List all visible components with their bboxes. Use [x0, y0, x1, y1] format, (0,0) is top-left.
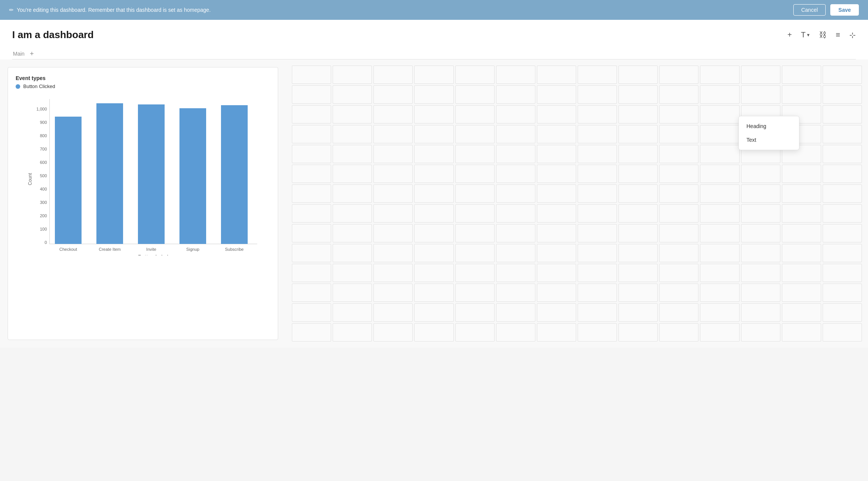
grid-cell: [455, 244, 495, 262]
grid-cell: [782, 303, 821, 322]
grid-cell: [823, 284, 862, 302]
grid-cell: [700, 184, 739, 203]
grid-cell: [700, 125, 739, 143]
grid-cell: [618, 184, 658, 203]
grid-cell: [333, 85, 372, 104]
grid-cell: [414, 224, 453, 242]
edit-icon: ✏: [9, 7, 14, 13]
grid-cell: [333, 284, 372, 302]
grid-cell: [333, 105, 372, 123]
grid-cell: [618, 244, 658, 262]
grid-cell: [578, 105, 617, 123]
cursor-button[interactable]: ⊹: [849, 30, 856, 40]
grid-cell: [414, 105, 453, 123]
grid-cell: [292, 66, 331, 84]
grid-cell: [537, 125, 576, 143]
grid-cell: [823, 303, 862, 322]
grid-cell: [414, 184, 453, 203]
grid-cell: [823, 184, 862, 203]
link-button[interactable]: ⛓: [819, 30, 826, 39]
grid-cell: [700, 145, 739, 163]
grid-cell: [414, 244, 453, 262]
grid-cell: [659, 264, 698, 282]
grid-cell: [782, 244, 821, 262]
grid-cell: [292, 145, 331, 163]
grid-cell: [496, 264, 535, 282]
grid-cell: [414, 145, 453, 163]
grid-cell: [782, 323, 821, 342]
grid-cell: [700, 204, 739, 223]
grid-cell: [700, 66, 739, 84]
grid-cell: [782, 204, 821, 223]
grid-cell: [578, 204, 617, 223]
grid-cell: [333, 264, 372, 282]
add-tab-button[interactable]: +: [30, 50, 34, 57]
grid-cell: [823, 145, 862, 163]
cancel-button[interactable]: Cancel: [793, 4, 826, 16]
grid-cell: [292, 224, 331, 242]
grid-cell: [700, 224, 739, 242]
svg-text:Checkout: Checkout: [59, 247, 77, 252]
grid-cell: [700, 105, 739, 123]
grid-cell: [823, 264, 862, 282]
grid-cell: [700, 244, 739, 262]
grid-cell: [455, 264, 495, 282]
grid-cell: [578, 323, 617, 342]
text-tool-button[interactable]: T ▾: [801, 30, 810, 39]
grid-cell: [496, 85, 535, 104]
grid-cell: [700, 165, 739, 183]
grid-cell: [618, 125, 658, 143]
grid-cell: [455, 105, 495, 123]
grid-cell: [782, 184, 821, 203]
dropdown-item-text[interactable]: Text: [739, 133, 799, 147]
bar-invite: [138, 104, 165, 244]
grid-cell: [823, 165, 862, 183]
grid-cell: [333, 184, 372, 203]
grid-cell: [537, 244, 576, 262]
grid-cell: [333, 224, 372, 242]
grid-cell: [496, 184, 535, 203]
filter-button[interactable]: ≡: [836, 30, 840, 39]
chart-legend: Button Clicked: [16, 83, 270, 89]
grid-cell: [537, 284, 576, 302]
dropdown-item-heading[interactable]: Heading: [739, 119, 799, 133]
grid-cell: [292, 105, 331, 123]
save-button[interactable]: Save: [830, 4, 859, 16]
grid-cell: [618, 284, 658, 302]
grid-cell: [292, 244, 331, 262]
grid-cell: [618, 204, 658, 223]
grid-cell: [578, 224, 617, 242]
grid-cell: [823, 224, 862, 242]
grid-cell: [823, 85, 862, 104]
grid-cell: [537, 264, 576, 282]
svg-text:Create Item: Create Item: [99, 247, 120, 252]
grid-cell: [537, 204, 576, 223]
grid-cell: [700, 284, 739, 302]
grid-cell: [659, 105, 698, 123]
grid-cell: [455, 204, 495, 223]
header-tools: + T ▾ ⛓ ≡ ⊹: [787, 30, 856, 40]
svg-text:100: 100: [40, 227, 47, 231]
grid-cell: [455, 145, 495, 163]
grid-cell: [414, 125, 453, 143]
grid-cell: [659, 224, 698, 242]
tab-main[interactable]: Main: [12, 48, 25, 59]
grid-cell: [496, 125, 535, 143]
grid-cell: [700, 323, 739, 342]
banner-actions: Cancel Save: [793, 4, 859, 16]
grid-cell: [700, 303, 739, 322]
grid-cell: [618, 303, 658, 322]
grid-cell: [741, 165, 780, 183]
grid-cell: [578, 244, 617, 262]
grid-cell: [414, 85, 453, 104]
grid-cell: [373, 85, 413, 104]
grid-cell: [455, 224, 495, 242]
grid-cell: [496, 105, 535, 123]
grid-cell: [659, 284, 698, 302]
grid-cell: [823, 125, 862, 143]
svg-text:600: 600: [40, 160, 47, 165]
grid-cell: [455, 323, 495, 342]
add-widget-button[interactable]: +: [787, 30, 792, 39]
grid-cell: [537, 184, 576, 203]
grid-cell: [741, 264, 780, 282]
